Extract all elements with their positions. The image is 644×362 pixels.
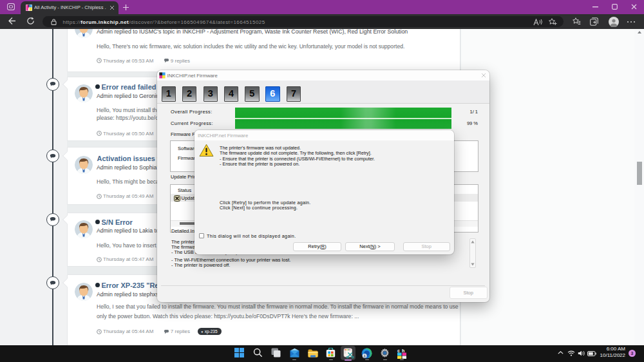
svg-text:c: c <box>397 348 400 353</box>
svg-text:h: h <box>402 348 404 353</box>
